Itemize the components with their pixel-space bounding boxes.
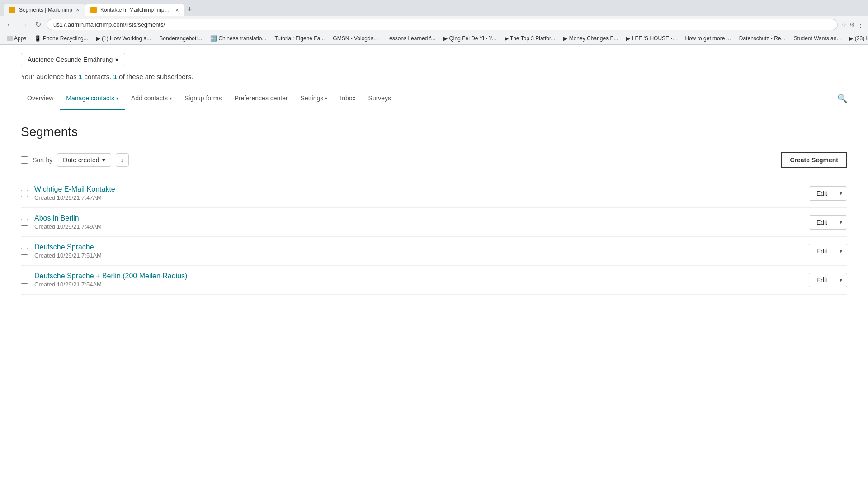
nav-manage-contacts-label: Manage contacts: [66, 94, 114, 102]
tab-close-1[interactable]: ×: [76, 7, 80, 13]
nav-overview[interactable]: Overview: [21, 87, 60, 110]
segment-checkbox-3[interactable]: [21, 248, 28, 255]
segment-checkbox-2[interactable]: [21, 219, 28, 226]
bookmark-6[interactable]: GMSN - Vologda...: [330, 34, 381, 42]
bookmark-12[interactable]: How to get more ...: [682, 34, 733, 42]
nav-inbox[interactable]: Inbox: [334, 87, 362, 110]
edit-dropdown-button-1[interactable]: ▾: [835, 187, 847, 200]
address-bar[interactable]: [47, 19, 838, 30]
bookmark-button[interactable]: ☆: [841, 21, 847, 28]
main-content: Segments Sort by Date created ▾ ↓ Create…: [0, 111, 868, 308]
browser-actions: ☆ ⚙ ⋮: [841, 21, 863, 28]
nav-signup-forms[interactable]: Signup forms: [178, 87, 228, 110]
segment-name-3[interactable]: Deutsche Sprache: [34, 243, 94, 251]
segment-info-3: Deutsche Sprache Created 10/29/21 7:51AM: [34, 243, 809, 259]
segment-name-4[interactable]: Deutsche Sprache + Berlin (200 Meilen Ra…: [34, 272, 187, 280]
bookmark-5[interactable]: Tutorial: Eigene Fa...: [272, 34, 327, 42]
audience-bar: Audience Gesunde Ernährung ▾ Your audien…: [0, 45, 868, 86]
audience-selector-label: Audience Gesunde Ernährung: [28, 56, 113, 63]
browser-tab-1[interactable]: Segments | Mailchimp ×: [4, 4, 85, 16]
new-tab-button[interactable]: +: [184, 5, 195, 14]
main-nav: Overview Manage contacts ▾ Add contacts …: [0, 86, 868, 111]
audience-dropdown-icon: ▾: [115, 56, 118, 63]
browser-toolbar: ← → ↻ ☆ ⚙ ⋮: [0, 16, 868, 33]
segment-item: Deutsche Sprache Created 10/29/21 7:51AM…: [21, 237, 847, 266]
extensions-button[interactable]: ⚙: [849, 21, 855, 28]
tab-title-2: Kontakte In Mailchimp Impor...: [100, 7, 172, 13]
tab-close-2[interactable]: ×: [175, 7, 179, 13]
audience-info: Your audience has 1 contacts. 1 of these…: [21, 66, 847, 80]
bookmark-favicon: [7, 36, 13, 41]
menu-button[interactable]: ⋮: [858, 21, 863, 28]
bookmark-2[interactable]: ▶ (1) How Working a...: [94, 34, 154, 42]
segment-info-4: Deutsche Sprache + Berlin (200 Meilen Ra…: [34, 272, 809, 288]
edit-button-4[interactable]: Edit: [809, 273, 835, 287]
sort-dropdown-arrow-icon: ▾: [102, 156, 105, 164]
bookmark-10[interactable]: ▶ Money Changes E...: [561, 34, 621, 42]
audience-info-middle: contacts.: [82, 73, 113, 80]
page-title: Segments: [21, 125, 847, 139]
bookmarks-bar: Apps 📱 Phone Recycling... ▶ (1) How Work…: [0, 33, 868, 44]
bookmark-apps[interactable]: Apps: [5, 34, 29, 42]
nav-add-contacts[interactable]: Add contacts ▾: [125, 87, 178, 110]
segment-date-2: Created 10/29/21 7:49AM: [34, 223, 809, 230]
audience-info-prefix: Your audience has: [21, 73, 79, 80]
bookmark-15[interactable]: ▶ (23) How To Add A...: [846, 34, 868, 42]
toolbar-row: Sort by Date created ▾ ↓ Create Segment: [21, 152, 847, 168]
bookmark-3[interactable]: Sonderangeboti...: [156, 34, 205, 42]
nav-settings-arrow-icon: ▾: [325, 96, 327, 101]
nav-manage-contacts[interactable]: Manage contacts ▾: [60, 87, 125, 110]
edit-button-3[interactable]: Edit: [809, 244, 835, 258]
segment-info-2: Abos in Berlin Created 10/29/21 7:49AM: [34, 214, 809, 230]
segment-item: Deutsche Sprache + Berlin (200 Meilen Ra…: [21, 266, 847, 295]
audience-info-suffix: of these are subscribers.: [117, 73, 193, 80]
bookmark-13[interactable]: Datenschutz - Re...: [736, 34, 788, 42]
segment-item: Wichtige E-Mail Kontakte Created 10/29/2…: [21, 179, 847, 208]
audience-selector[interactable]: Audience Gesunde Ernährung ▾: [21, 53, 125, 66]
sort-dropdown[interactable]: Date created ▾: [57, 153, 111, 167]
bookmark-9[interactable]: ▶ The Top 3 Platfor...: [502, 34, 558, 42]
segment-checkbox-1[interactable]: [21, 190, 28, 197]
nav-preferences-center[interactable]: Preferences center: [228, 87, 294, 110]
segment-name-1[interactable]: Wichtige E-Mail Kontakte: [34, 185, 115, 193]
segment-date-4: Created 10/29/21 7:54AM: [34, 281, 809, 288]
bookmark-11[interactable]: ▶ LEE 'S HOUSE -...: [623, 34, 679, 42]
subscribers-count-link[interactable]: 1: [113, 73, 117, 80]
segment-list: Wichtige E-Mail Kontakte Created 10/29/2…: [21, 179, 847, 295]
edit-dropdown-button-3[interactable]: ▾: [835, 244, 847, 258]
create-segment-button[interactable]: Create Segment: [781, 152, 847, 168]
bookmark-14[interactable]: Student Wants an...: [791, 34, 844, 42]
nav-surveys[interactable]: Surveys: [362, 87, 398, 110]
nav-add-contacts-label: Add contacts: [131, 94, 168, 102]
forward-button[interactable]: →: [19, 20, 30, 30]
edit-button-1[interactable]: Edit: [809, 187, 835, 200]
sort-dropdown-label: Date created: [63, 156, 99, 164]
segment-info-1: Wichtige E-Mail Kontakte Created 10/29/2…: [34, 185, 809, 201]
nav-manage-contacts-arrow-icon: ▾: [116, 96, 118, 101]
segment-date-1: Created 10/29/21 7:47AM: [34, 194, 809, 201]
search-icon[interactable]: 🔍: [837, 86, 847, 111]
reload-button[interactable]: ↻: [33, 19, 43, 30]
page-content: Audience Gesunde Ernährung ▾ Your audien…: [0, 45, 868, 406]
nav-settings[interactable]: Settings ▾: [294, 87, 334, 110]
edit-btn-group-3: Edit ▾: [809, 244, 847, 258]
segment-checkbox-4[interactable]: [21, 277, 28, 284]
edit-btn-group-4: Edit ▾: [809, 273, 847, 287]
sort-by-label: Sort by: [33, 156, 52, 164]
bookmark-4[interactable]: 🔤 Chinese translatio...: [208, 34, 269, 42]
tab-favicon-1: [9, 7, 15, 13]
bookmark-7[interactable]: Lessons Learned f...: [383, 34, 438, 42]
bookmark-1[interactable]: 📱 Phone Recycling...: [32, 34, 90, 42]
segment-name-2[interactable]: Abos in Berlin: [34, 214, 79, 222]
segment-date-3: Created 10/29/21 7:51AM: [34, 252, 809, 259]
nav-settings-label: Settings: [301, 94, 324, 102]
browser-tab-2[interactable]: Kontakte In Mailchimp Impor... ×: [85, 4, 184, 16]
edit-dropdown-button-2[interactable]: ▾: [835, 216, 847, 229]
back-button[interactable]: ←: [5, 20, 15, 30]
edit-dropdown-button-4[interactable]: ▾: [835, 273, 847, 287]
edit-button-2[interactable]: Edit: [809, 216, 835, 229]
select-all-checkbox[interactable]: [21, 156, 28, 164]
contacts-count-link[interactable]: 1: [79, 73, 82, 80]
bookmark-8[interactable]: ▶ Qing Fei De Yi - Y...: [441, 34, 499, 42]
sort-direction-button[interactable]: ↓: [116, 153, 129, 167]
